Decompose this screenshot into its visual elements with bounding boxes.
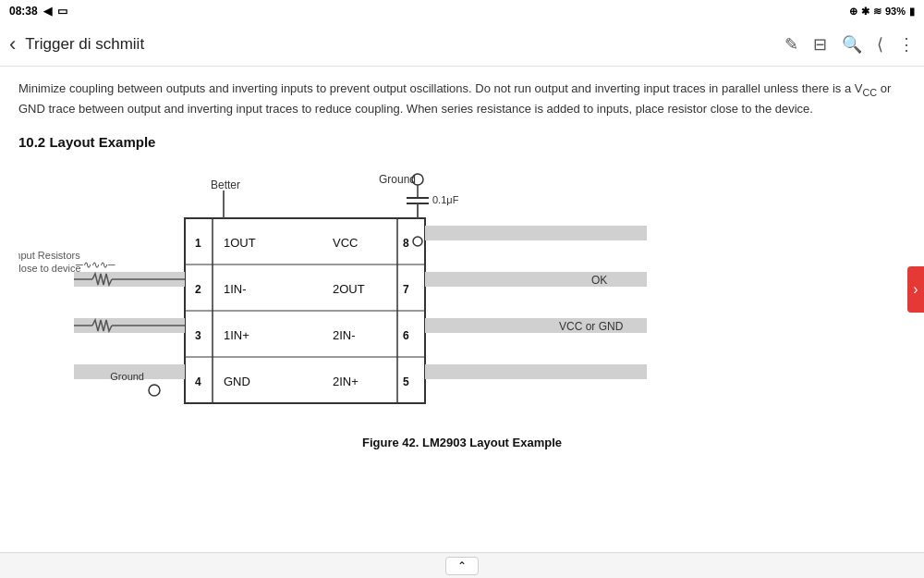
bottom-bar: ⌃ [0, 552, 924, 578]
back-button[interactable]: ‹ [9, 32, 16, 56]
vcc-or-gnd-label: VCC or GND [559, 320, 624, 333]
gps-icon: ⊕ [849, 6, 857, 18]
pin4-label: 4 [195, 375, 201, 388]
tablet-icon: ▭ [57, 5, 67, 18]
menu-icon[interactable]: ⊟ [813, 34, 827, 55]
ground-top-label: Ground [379, 173, 416, 186]
pin7-trace [425, 272, 647, 287]
in1p-label: 1IN+ [224, 328, 249, 342]
gnd-label: GND [224, 375, 250, 388]
in1n-label: 1IN- [224, 282, 247, 296]
out2-label: 2OUT [333, 282, 365, 296]
pin1-label: 1 [195, 237, 201, 250]
nav-icons: ✎ ⊟ 🔍 ⟨ ⋮ [784, 34, 915, 55]
edit-icon[interactable]: ✎ [784, 34, 798, 55]
status-left: 08:38 ◀ ▭ [9, 5, 67, 18]
bt-icon: ✱ [861, 6, 869, 18]
input-resistors-line2: Close to device [18, 263, 81, 274]
battery-icon: ▮ [909, 6, 915, 18]
section-title: 10.2 Layout Example [18, 134, 906, 150]
wifi-icon: ≋ [873, 6, 881, 18]
right-tab-icon: › [913, 281, 918, 298]
ground-bottom-circle [149, 385, 160, 396]
scroll-up-button[interactable]: ⌃ [445, 557, 479, 575]
right-edge-tab[interactable]: › [907, 266, 924, 313]
vcc-label-pin: VCC [333, 236, 358, 250]
figure-caption: Figure 42. LM2903 Layout Example [18, 436, 906, 449]
out1-label: 1OUT [224, 236, 256, 250]
ground-bottom-label: Ground [110, 371, 144, 382]
in2p-label: 2IN+ [333, 375, 359, 388]
pin6-label: 6 [403, 329, 409, 342]
diagram-area: Better Ground 0.1μF [18, 163, 906, 449]
cap-label: 0.1μF [432, 194, 459, 205]
nav-bar: ‹ Trigger di schmiit ✎ ⊟ 🔍 ⟨ ⋮ [0, 22, 924, 67]
better-label: Better [211, 178, 240, 191]
pin2-label: 2 [195, 283, 201, 296]
time: 08:38 [9, 5, 38, 18]
content-area: Minimize coupling between outputs and in… [0, 67, 924, 552]
ok-label: OK [591, 274, 607, 287]
pin5-trace [425, 364, 647, 379]
pin3-label: 3 [195, 329, 201, 342]
in2n-label: 2IN- [333, 328, 356, 342]
status-bar: 08:38 ◀ ▭ ⊕ ✱ ≋ 93% ▮ [0, 0, 924, 22]
share-icon[interactable]: ⟨ [877, 34, 883, 55]
pin5-label: 5 [403, 375, 409, 388]
status-right: ⊕ ✱ ≋ 93% ▮ [849, 6, 915, 18]
search-icon[interactable]: 🔍 [842, 34, 862, 55]
input-resistors-line1: Input Resistors [18, 250, 80, 261]
pin7-label: 7 [403, 283, 409, 296]
more-icon[interactable]: ⋮ [898, 34, 915, 55]
pin8-trace [425, 226, 647, 240]
page-title: Trigger di schmiit [25, 35, 775, 54]
pin8-label: 8 [403, 237, 409, 250]
battery: 93% [885, 6, 906, 17]
intro-text: Minimize coupling between outputs and in… [18, 80, 906, 119]
signal-icon: ◀ [43, 5, 52, 18]
circuit-diagram: Better Ground 0.1μF [18, 163, 739, 431]
